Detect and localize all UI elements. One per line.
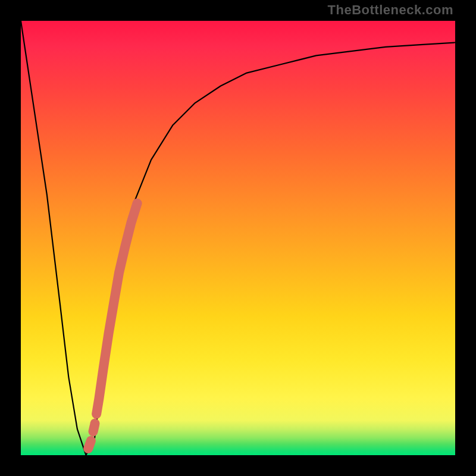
chart-frame: TheBottleneck.com [0,0,476,476]
highlight-range [88,203,137,449]
plot-area [21,21,455,455]
watermark-text: TheBottleneck.com [328,2,453,18]
curve-layer [21,21,455,455]
bottleneck-curve [21,21,455,455]
